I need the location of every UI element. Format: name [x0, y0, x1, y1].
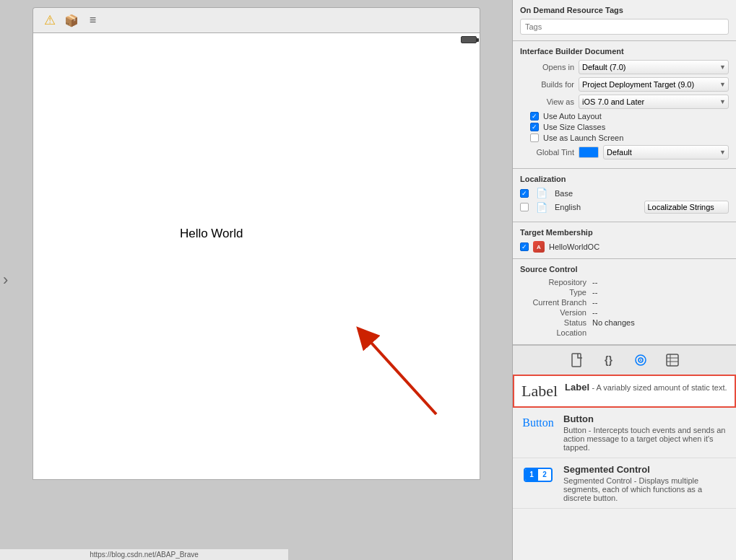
segmented-item-content: Segmented Control Segmented Control - Di… — [563, 464, 729, 502]
sc-type-row: Type -- — [520, 288, 729, 297]
label-item-icon: Label — [521, 382, 558, 401]
library-segmented-item[interactable]: 1 2 Segmented Control Segmented Control … — [513, 458, 736, 509]
ib-document-section: Interface Builder Document Opens in Defa… — [513, 41, 736, 169]
opens-in-label: Opens in — [520, 63, 574, 71]
opens-in-select-wrapper: Default (7.0) ▼ — [579, 60, 729, 74]
view-as-row: View as iOS 7.0 and Later ▼ — [520, 95, 729, 109]
localization-section: Localization ✓ 📄 Base 📄 English Localiza… — [513, 169, 736, 222]
use-auto-layout-checkbox[interactable]: ✓ — [530, 112, 539, 121]
nav-arrow-left[interactable]: › — [3, 271, 8, 289]
sc-type-value: -- — [592, 288, 597, 297]
builds-for-row: Builds for Project Deployment Target (9.… — [520, 77, 729, 92]
tint-color-swatch[interactable] — [579, 146, 599, 158]
sc-branch-value: -- — [592, 298, 597, 307]
use-size-classes-label: Use Size Classes — [543, 123, 605, 131]
sc-repository-value: -- — [592, 278, 597, 286]
svg-rect-6 — [667, 354, 678, 366]
target-membership-row: ✓ A HelloWorldOC — [520, 241, 729, 253]
canvas-toolbar: ⚠ 📦 ≡ — [33, 7, 480, 32]
english-label: English — [555, 203, 640, 211]
list-tab-button[interactable] — [664, 351, 681, 369]
canvas-frame: Hello World — [33, 32, 480, 480]
english-file-icon: 📄 — [536, 202, 547, 213]
sc-status-label: Status — [520, 318, 592, 327]
use-launch-screen-label: Use as Launch Screen — [543, 134, 623, 142]
tags-input[interactable] — [520, 19, 729, 35]
opens-in-row: Opens in Default (7.0) ▼ — [520, 60, 729, 74]
sc-type-label: Type — [520, 288, 592, 297]
use-auto-layout-label: Use Auto Layout — [543, 112, 602, 121]
localization-base-row: ✓ 📄 Base — [520, 188, 729, 198]
on-demand-title: On Demand Resource Tags — [520, 6, 729, 14]
app-icon: A — [533, 241, 545, 253]
base-checkbox[interactable]: ✓ — [520, 189, 529, 198]
global-tint-label: Global Tint — [520, 148, 574, 157]
use-auto-layout-row: ✓ Use Auto Layout — [520, 112, 729, 121]
english-loc-select[interactable]: Localizable Strings — [644, 201, 729, 214]
opens-in-select[interactable]: Default (7.0) — [579, 60, 729, 74]
sc-status-value: No changes — [592, 318, 635, 327]
localization-title: Localization — [520, 175, 729, 183]
code-tab-button[interactable]: {} — [600, 351, 618, 369]
global-tint-select-wrapper: Default ▼ — [603, 145, 729, 159]
sc-repository-row: Repository -- — [520, 278, 729, 286]
target-tab-button[interactable] — [632, 351, 649, 369]
library-label-item[interactable]: Label Label - A variably sized amount of… — [513, 375, 736, 408]
segmented-item-icon: 1 2 — [520, 464, 556, 482]
builds-for-label: Builds for — [520, 80, 574, 89]
svg-line-1 — [364, 335, 436, 414]
battery-icon — [461, 36, 477, 43]
sc-repository-label: Repository — [520, 278, 592, 286]
hello-world-label: Hello World — [180, 227, 243, 241]
ib-document-title: Interface Builder Document — [520, 47, 729, 56]
sc-version-label: Version — [520, 308, 592, 317]
file-tab-button[interactable] — [568, 351, 586, 369]
sc-location-row: Location — [520, 328, 729, 337]
base-file-icon: 📄 — [536, 188, 547, 198]
membership-checkbox[interactable]: ✓ — [520, 242, 529, 251]
sc-location-label: Location — [520, 328, 592, 337]
sc-branch-row: Current Branch -- — [520, 298, 729, 307]
cube-icon[interactable]: 📦 — [64, 12, 79, 28]
use-launch-screen-checkbox[interactable] — [530, 134, 539, 142]
target-membership-title: Target Membership — [520, 228, 729, 237]
view-as-select[interactable]: iOS 7.0 and Later — [579, 95, 729, 109]
use-size-classes-checkbox[interactable]: ✓ — [530, 123, 539, 131]
canvas-area: ⚠ 📦 ≡ Hello World › https:// — [0, 0, 512, 560]
svg-point-5 — [640, 359, 641, 361]
right-panel: On Demand Resource Tags Interface Builde… — [512, 0, 736, 560]
use-size-classes-row: ✓ Use Size Classes — [520, 123, 729, 131]
label-item-content: Label - A variably sized amount of stati… — [565, 382, 727, 393]
sc-branch-label: Current Branch — [520, 298, 592, 307]
watermark: https://blog.csdn.net/ABAP_Brave — [0, 549, 288, 560]
view-as-label: View as — [520, 97, 574, 106]
button-item-icon: Button — [520, 414, 556, 430]
english-checkbox[interactable] — [520, 203, 529, 211]
view-as-select-wrapper: iOS 7.0 and Later ▼ — [579, 95, 729, 109]
global-tint-row: Global Tint Default ▼ — [520, 145, 729, 159]
warning-icon[interactable]: ⚠ — [42, 12, 58, 28]
label-item-title: Label - A variably sized amount of stati… — [565, 382, 727, 393]
use-launch-screen-row: Use as Launch Screen — [520, 134, 729, 142]
builds-for-select[interactable]: Project Deployment Target (9.0) — [579, 77, 729, 92]
bottom-toolbar: {} — [513, 345, 736, 375]
sc-status-row: Status No changes — [520, 318, 729, 327]
library-button-item[interactable]: Button Button Button - Intercepts touch … — [513, 408, 736, 458]
sc-version-row: Version -- — [520, 308, 729, 317]
source-control-section: Source Control Repository -- Type -- Cur… — [513, 259, 736, 345]
storyboard-icon[interactable]: ≡ — [85, 12, 101, 28]
sc-version-value: -- — [592, 308, 597, 317]
on-demand-section: On Demand Resource Tags — [513, 0, 736, 41]
target-membership-section: Target Membership ✓ A HelloWorldOC — [513, 222, 736, 259]
app-name-label: HelloWorldOC — [549, 242, 599, 251]
status-bar — [436, 33, 480, 46]
localization-english-row: 📄 English Localizable Strings — [520, 201, 729, 214]
button-item-content: Button Button - Intercepts touch events … — [563, 414, 729, 452]
annotation-arrow — [306, 292, 451, 436]
base-label: Base — [555, 189, 729, 198]
global-tint-select[interactable]: Default — [603, 145, 729, 159]
english-loc-select-wrapper: Localizable Strings — [644, 201, 729, 214]
builds-for-select-wrapper: Project Deployment Target (9.0) ▼ — [579, 77, 729, 92]
source-control-title: Source Control — [520, 265, 729, 274]
svg-rect-2 — [572, 354, 581, 367]
